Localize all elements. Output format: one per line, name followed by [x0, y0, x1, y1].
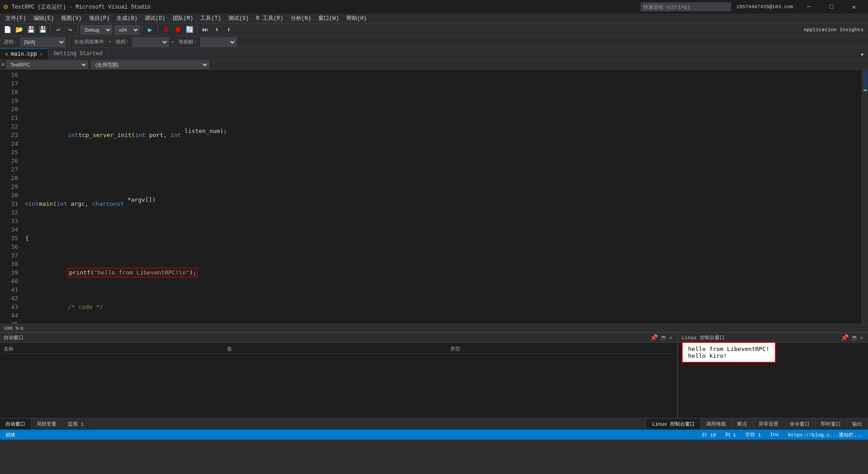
- build-config-select[interactable]: Debug: [80, 25, 112, 34]
- btab-locals[interactable]: 局部变量: [31, 419, 62, 429]
- separator-2: [78, 26, 78, 33]
- status-char: 字符 1: [743, 431, 763, 438]
- tab-main-cpp[interactable]: ⚙ main.cpp ✕: [0, 48, 48, 59]
- auto-window-close-btn[interactable]: ✕: [668, 334, 674, 341]
- process-select[interactable]: [N/A]: [20, 38, 66, 47]
- open-btn[interactable]: 📂: [14, 25, 24, 35]
- tab-main-cpp-label: main.cpp: [11, 51, 37, 57]
- editor-scrollbar[interactable]: [862, 70, 868, 324]
- scope-icon: ⚙: [2, 62, 5, 67]
- tab-scroll-right[interactable]: ▶: [857, 49, 868, 59]
- btab-breakpoints[interactable]: 断点: [732, 419, 753, 429]
- menu-team[interactable]: 团队(M): [169, 14, 197, 23]
- platform-select[interactable]: x64: [115, 25, 140, 34]
- menu-r-tools[interactable]: R 工具(R): [252, 14, 287, 23]
- btab-linux-console[interactable]: Linux 控制台窗口: [646, 419, 701, 429]
- thread-label: 线程:: [114, 38, 131, 45]
- minimize-button[interactable]: ─: [798, 0, 819, 14]
- step-out-btn[interactable]: ⬆: [223, 25, 234, 35]
- separator-1: [50, 26, 51, 33]
- save-btn[interactable]: 💾: [25, 25, 36, 35]
- zoom-icon[interactable]: ⊡: [20, 325, 24, 331]
- line-numbers: 16 17 18 19 20 21 22 23 24 25 26 27 28 2…: [0, 70, 22, 324]
- scope-select-dropdown[interactable]: (全局范围): [91, 61, 209, 69]
- scroll-thumb[interactable]: [863, 71, 868, 89]
- linux-console-pin-btn[interactable]: 📌: [840, 334, 849, 341]
- search-box[interactable]: 快速启动 (Ctrl+Q): [641, 2, 731, 11]
- linux-console-content: hello from LibeventRPC! hello kiro!: [678, 343, 868, 418]
- menu-view[interactable]: 视图(V): [57, 14, 85, 23]
- new-project-btn[interactable]: 📄: [2, 25, 13, 35]
- btab-watch-1[interactable]: 监视 1: [62, 419, 90, 429]
- menu-analyze[interactable]: 分析(N): [287, 14, 315, 23]
- thread-select[interactable]: [132, 38, 169, 47]
- status-right: 行 10 列 1 字符 1 Ins https://blog.c...通知栏..…: [700, 431, 864, 438]
- console-line-2: hello kiro!: [688, 352, 769, 359]
- start-debug-btn[interactable]: ▶: [145, 25, 156, 35]
- bottom-tabs: 自动窗口 局部变量 监视 1 Linux 控制台窗口 调用堆栈 断点 异常设置 …: [0, 418, 868, 430]
- menu-window[interactable]: 窗口(W): [315, 14, 343, 23]
- console-line-1: hello from LibeventRPC!: [688, 346, 769, 352]
- scope-bar: ⚙ TestRPC (全局范围): [0, 60, 868, 70]
- editor-area: 16 17 18 19 20 21 22 23 24 25 26 27 28 2…: [0, 70, 868, 332]
- status-bar: 就绪 行 10 列 1 字符 1 Ins https://blog.c...通知…: [0, 430, 868, 440]
- title-left: ⚙ TestRPC (正在运行) - Microsoft Visual Stud…: [4, 2, 151, 11]
- break-btn[interactable]: ⏸: [160, 25, 171, 35]
- col-name: 名称: [4, 346, 227, 352]
- code-editor[interactable]: 16 17 18 19 20 21 22 23 24 25 26 27 28 2…: [0, 70, 868, 324]
- redo-btn[interactable]: ↪: [65, 25, 75, 35]
- sep-debug: [69, 38, 69, 46]
- btab-auto-window[interactable]: 自动窗口: [0, 419, 31, 429]
- linux-console-float-btn[interactable]: ⬒: [851, 334, 857, 341]
- auto-window-float-btn[interactable]: ⬒: [660, 334, 666, 341]
- step-into-btn[interactable]: ⬇: [212, 25, 222, 35]
- code-line-16: [22, 96, 862, 105]
- btab-command[interactable]: 命令窗口: [784, 419, 816, 429]
- auto-window: 自动窗口 📌 ⬒ ✕ 名称 值 类型: [0, 333, 678, 418]
- stop-btn[interactable]: ⏹: [172, 25, 183, 35]
- tab-main-cpp-close[interactable]: ✕: [40, 52, 42, 57]
- code-content[interactable]: int tcp_server_init(int port, int listen…: [22, 70, 862, 324]
- code-line-22: /* code */: [22, 303, 862, 311]
- step-over-btn[interactable]: ⏭: [200, 25, 211, 35]
- title-right: 快速启动 (Ctrl+Q) 15574467425@163.com ─ □ ✕: [641, 0, 864, 14]
- btab-call-stack[interactable]: 调用堆栈: [701, 419, 732, 429]
- auto-window-title-bar: 自动窗口 📌 ⬒ ✕: [0, 333, 677, 343]
- undo-btn[interactable]: ↩: [53, 25, 64, 35]
- col-value: 值: [227, 346, 450, 352]
- app-insights-button[interactable]: Application Insights: [801, 26, 866, 33]
- auto-window-title: 自动窗口: [4, 334, 24, 341]
- col-type: 类型: [450, 346, 674, 352]
- code-line-17: int tcp_server_init(int port, int listen…: [22, 131, 862, 139]
- status-row: 行 10: [700, 431, 718, 438]
- menu-help[interactable]: 帮助(H): [343, 14, 371, 23]
- linux-console-close-btn[interactable]: ✕: [859, 334, 864, 341]
- save-all-btn[interactable]: 💾: [37, 25, 48, 35]
- restore-button[interactable]: □: [821, 0, 842, 14]
- extra-toolbar-buttons: ⏸ ⏹ 🔄 ⏭ ⬇ ⬆: [160, 25, 234, 35]
- separator-4: [158, 26, 158, 33]
- namespace-select[interactable]: TestRPC: [6, 61, 88, 69]
- zoom-level: 100 %: [4, 326, 19, 331]
- tab-getting-started[interactable]: Getting Started: [48, 48, 108, 59]
- menu-debug[interactable]: 调试(D): [141, 14, 169, 23]
- status-ins: Ins: [768, 432, 781, 437]
- tab-bar: ⚙ main.cpp ✕ Getting Started ▶: [0, 48, 868, 60]
- menu-tools[interactable]: 工具(T): [197, 14, 225, 23]
- restart-btn[interactable]: 🔄: [184, 25, 195, 35]
- close-button[interactable]: ✕: [844, 0, 864, 14]
- stack-select[interactable]: [200, 38, 236, 47]
- btab-immediate[interactable]: 即时窗口: [816, 419, 847, 429]
- zoom-bar: 100 % ⊡: [0, 324, 868, 332]
- process-label: 进程:: [2, 38, 19, 45]
- menu-edit[interactable]: 编辑(E): [30, 14, 58, 23]
- auto-window-pin-btn[interactable]: 📌: [649, 334, 659, 341]
- menu-project[interactable]: 项目(P): [85, 14, 113, 23]
- menu-file[interactable]: 文件(F): [2, 14, 30, 23]
- status-col: 列 1: [723, 431, 738, 438]
- linux-console: Linux 控制台窗口 📌 ⬒ ✕ hello from LibeventRPC…: [678, 333, 868, 418]
- btab-exception-settings[interactable]: 异常设置: [753, 419, 784, 429]
- menu-build[interactable]: 生成(B): [113, 14, 141, 23]
- btab-output[interactable]: 输出: [847, 419, 868, 429]
- menu-test[interactable]: 测试(S): [225, 14, 253, 23]
